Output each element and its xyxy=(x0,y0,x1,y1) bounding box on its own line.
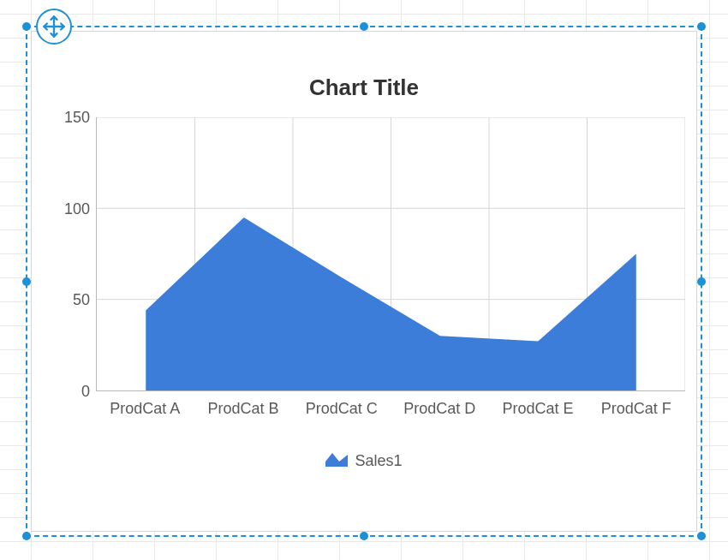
resize-handle-top-middle[interactable] xyxy=(360,22,368,31)
resize-handle-top-left[interactable] xyxy=(22,22,31,31)
selection-outline[interactable] xyxy=(26,26,702,537)
resize-handle-middle-right[interactable] xyxy=(697,277,706,286)
resize-handle-bottom-middle[interactable] xyxy=(360,532,368,540)
resize-handle-bottom-left[interactable] xyxy=(22,532,31,540)
resize-handle-bottom-right[interactable] xyxy=(697,532,706,540)
move-handle-icon[interactable] xyxy=(36,9,72,45)
resize-handle-top-right[interactable] xyxy=(697,22,706,31)
resize-handle-middle-left[interactable] xyxy=(22,277,31,286)
